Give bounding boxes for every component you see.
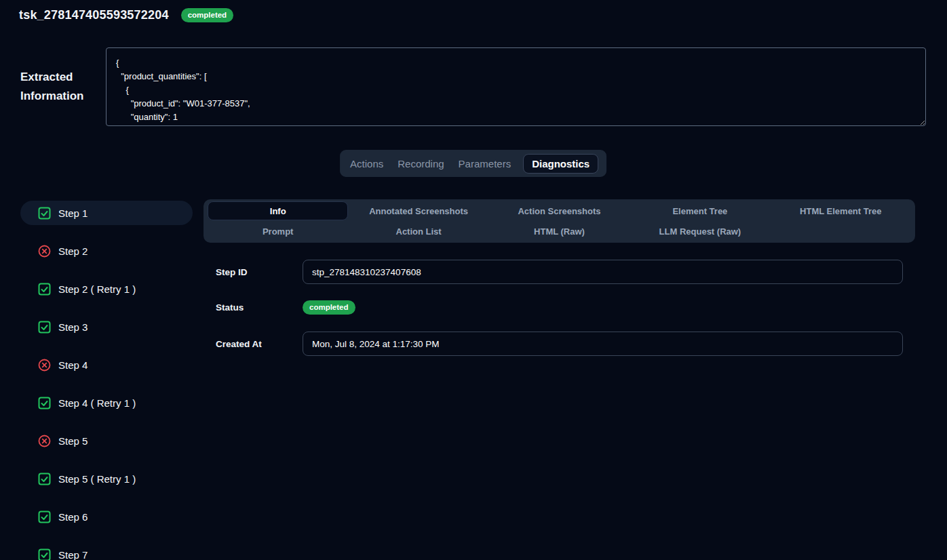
subtab-html-element-tree[interactable]: HTML Element Tree — [771, 201, 911, 220]
created-at-field[interactable] — [303, 332, 903, 356]
main-tabs: Actions Recording Parameters Diagnostics — [340, 150, 606, 177]
subtab-html-raw[interactable]: HTML (Raw) — [489, 222, 630, 241]
step-label: Step 2 — [58, 245, 88, 257]
x-circle-icon — [38, 245, 51, 258]
check-square-icon — [38, 207, 51, 220]
steps-sidebar: Step 1 Step 2 Step 2 ( Retry 1 ) Step 3 … — [20, 201, 193, 560]
check-square-icon — [38, 397, 51, 409]
sidebar-item-step-3[interactable]: Step 3 — [20, 315, 193, 339]
tab-recording[interactable]: Recording — [395, 154, 446, 174]
sidebar-item-step-2[interactable]: Step 2 — [20, 239, 193, 263]
subtab-info[interactable]: Info — [208, 201, 348, 220]
sidebar-item-step-1[interactable]: Step 1 — [20, 201, 193, 225]
step-id-label: Step ID — [216, 267, 303, 277]
step-id-row: Step ID — [216, 260, 903, 284]
sidebar-item-step-4[interactable]: Step 4 — [20, 353, 193, 377]
subtab-action-screenshots[interactable]: Action Screenshots — [489, 201, 630, 220]
tab-parameters[interactable]: Parameters — [457, 154, 514, 174]
x-circle-icon — [38, 435, 51, 447]
check-square-icon — [38, 283, 51, 296]
sidebar-item-step-6[interactable]: Step 6 — [20, 504, 193, 529]
check-square-icon — [38, 473, 51, 485]
sidebar-item-step-4-retry-1[interactable]: Step 4 ( Retry 1 ) — [20, 391, 193, 415]
diagnostics-page: { "header": { "task_id": "tsk_2781474055… — [0, 0, 947, 560]
diagnostics-subtabs: Info Annotated Screenshots Action Screen… — [204, 199, 915, 243]
task-id-title: tsk_278147405593572204 — [19, 8, 169, 22]
sidebar-item-step-2-retry-1[interactable]: Step 2 ( Retry 1 ) — [20, 277, 193, 301]
step-label: Step 4 — [58, 359, 88, 371]
subtab-prompt[interactable]: Prompt — [208, 222, 348, 241]
tab-diagnostics[interactable]: Diagnostics — [523, 154, 598, 174]
step-label: Step 7 — [58, 549, 88, 560]
sidebar-item-step-7[interactable]: Step 7 — [20, 542, 193, 560]
extracted-info-label: Extracted Information — [20, 68, 99, 106]
step-label: Step 5 ( Retry 1 ) — [58, 473, 136, 485]
task-status-badge: completed — [181, 8, 234, 22]
task-header: tsk_278147405593572204 completed — [19, 8, 233, 22]
subtab-llm-request-raw[interactable]: LLM Request (Raw) — [630, 222, 770, 241]
created-at-row: Created At — [216, 332, 903, 356]
check-square-icon — [38, 511, 51, 523]
status-label: Status — [216, 302, 303, 313]
check-square-icon — [38, 321, 51, 334]
x-circle-icon — [38, 359, 51, 372]
check-square-icon — [38, 548, 51, 560]
step-label: Step 5 — [58, 435, 88, 447]
step-label: Step 1 — [58, 207, 88, 219]
step-id-field[interactable] — [303, 260, 903, 284]
created-at-label: Created At — [216, 339, 303, 349]
step-label: Step 3 — [58, 321, 88, 333]
status-row: Status completed — [216, 298, 903, 317]
subtab-annotated-screenshots[interactable]: Annotated Screenshots — [348, 201, 488, 220]
step-status-badge: completed — [303, 300, 355, 315]
step-label: Step 4 ( Retry 1 ) — [58, 397, 136, 409]
step-label: Step 2 ( Retry 1 ) — [58, 283, 136, 295]
tab-actions[interactable]: Actions — [348, 154, 385, 174]
sidebar-item-step-5[interactable]: Step 5 — [20, 428, 193, 453]
sidebar-item-step-5-retry-1[interactable]: Step 5 ( Retry 1 ) — [20, 466, 193, 491]
subtab-element-tree[interactable]: Element Tree — [630, 201, 770, 220]
extracted-info-textarea[interactable]: { "product_quantities": [ { "product_id"… — [106, 47, 926, 126]
step-label: Step 6 — [58, 511, 88, 523]
subtab-action-list[interactable]: Action List — [348, 222, 488, 241]
